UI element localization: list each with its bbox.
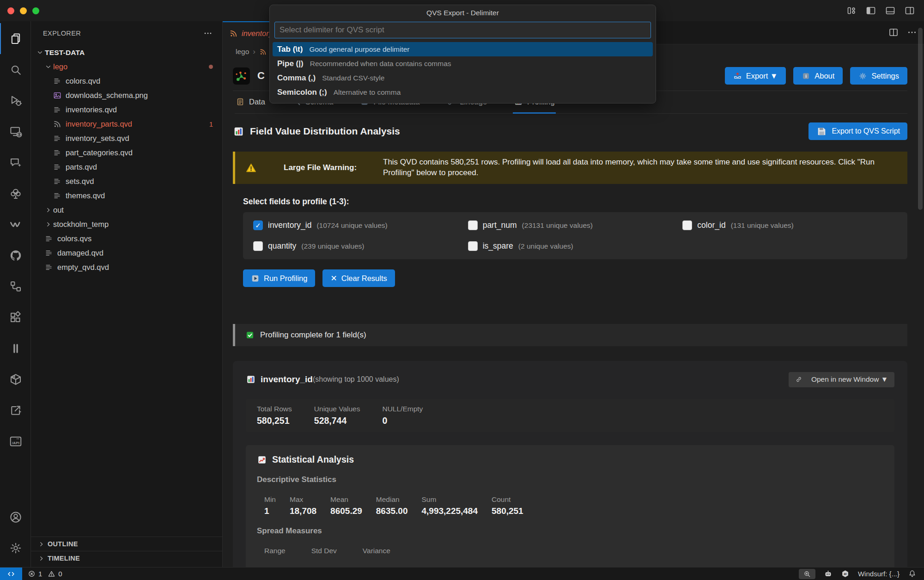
activity-bar-item[interactable] (0, 240, 30, 271)
tree-item-label: TEST-DATA (45, 49, 85, 57)
about-button[interactable]: i About (793, 67, 843, 85)
tree-item[interactable]: inventories.qvd (31, 103, 222, 117)
run-profiling-button[interactable]: Run Profiling (243, 269, 315, 287)
activity-bar-item[interactable] (0, 116, 30, 147)
chart-increasing-icon (257, 455, 267, 465)
field-checkbox-row[interactable]: part_num (23131 unique values) (468, 220, 683, 230)
tree-item[interactable]: damaged.qvd (31, 246, 222, 260)
timeline-section[interactable]: TIMELINE (31, 551, 222, 565)
activity-bar-item[interactable] (0, 178, 30, 209)
split-editor-icon[interactable] (888, 27, 899, 38)
activity-bar-item[interactable] (0, 364, 30, 395)
tree-item[interactable]: colors.qvs (31, 232, 222, 246)
problems-status[interactable]: 1 0 (28, 570, 65, 578)
notifications-bell-icon[interactable] (908, 569, 917, 578)
activity-bar-item[interactable] (0, 501, 30, 532)
activity-bar-item[interactable] (0, 302, 30, 333)
checkbox[interactable] (682, 220, 692, 230)
outbox-icon (733, 72, 742, 80)
rss-icon (53, 120, 62, 128)
maximize-window-button[interactable] (32, 7, 39, 14)
panel-bottom-icon[interactable] (884, 5, 896, 17)
tree-item-label: lego (53, 62, 67, 71)
rss-icon (229, 29, 238, 38)
field-checkbox-row[interactable]: ✓ inventory_id (10724 unique values) (253, 220, 468, 230)
stat-item: Range (264, 547, 286, 555)
tree-item[interactable]: inventory_sets.qvd (31, 131, 222, 146)
activity-bar-item[interactable]: /API (0, 426, 30, 457)
viewer-tab[interactable]: Data (235, 91, 266, 114)
activity-bar-item[interactable] (0, 85, 30, 116)
activity-bar-item[interactable] (0, 54, 30, 85)
tree-item[interactable]: themes.qvd (31, 189, 222, 203)
clipboard-icon (236, 97, 245, 106)
list-icon (53, 177, 62, 186)
checkbox[interactable]: ✓ (253, 220, 263, 230)
field-checkbox-row[interactable]: is_spare (2 unique values) (468, 241, 683, 251)
tree-item[interactable]: stockholm_temp (31, 217, 222, 232)
chevron-down-icon (44, 63, 53, 71)
tree-item[interactable]: colors.qvd (31, 74, 222, 88)
info-icon: i (802, 72, 810, 80)
sidebar-right-icon[interactable] (904, 5, 916, 17)
windsurf-status-item[interactable]: Windsurf: {...} (858, 570, 900, 578)
sidebar-left-icon[interactable] (865, 5, 877, 17)
robot-icon[interactable] (824, 569, 833, 578)
tree-item[interactable]: parts.qvd (31, 160, 222, 174)
checkbox[interactable] (253, 241, 263, 251)
svg-text:i: i (805, 73, 807, 79)
activity-bar-item[interactable] (0, 333, 30, 364)
tree-item[interactable]: TEST-DATA (31, 45, 222, 60)
editor-scrollbar[interactable] (918, 28, 923, 210)
field-result-panel: inventory_id (showing top 1000 values) O… (233, 361, 907, 567)
quick-pick-item[interactable]: Comma (,) Standard CSV-style (273, 71, 653, 85)
breadcrumb-folder[interactable]: lego (236, 48, 249, 56)
field-checkbox-row[interactable]: quantity (239 unique values) (253, 241, 468, 251)
activity-bar-item[interactable] (0, 209, 30, 240)
list-icon (53, 191, 62, 200)
close-window-button[interactable] (7, 7, 14, 14)
field-checkbox-row[interactable]: color_id (131 unique values) (682, 220, 897, 230)
explorer-more-actions-icon[interactable] (203, 28, 213, 38)
hexagon-badge-icon[interactable]: 4c (841, 569, 850, 578)
remote-indicator[interactable] (0, 568, 22, 580)
tree-item-label: out (53, 206, 64, 214)
tree-item[interactable]: empty_qvd.qvd (31, 260, 222, 275)
tree-item[interactable]: part_categories.qvd (31, 146, 222, 160)
editor-more-actions-icon[interactable] (906, 27, 918, 38)
remote-window-icon (7, 570, 15, 578)
quick-pick-item[interactable]: Tab (\t) Good general purpose delimiter (273, 42, 653, 56)
quick-pick-item[interactable]: Semicolon (;) Alternative to comma (273, 85, 653, 99)
layout-customize-icon[interactable] (845, 5, 857, 17)
tree-item[interactable]: inventory_parts.qvd 1 (31, 117, 222, 131)
activity-bar-item[interactable] (0, 147, 30, 178)
stat-item: Std Dev (311, 547, 337, 555)
tree-item[interactable]: lego (31, 60, 222, 74)
activity-bar-item[interactable] (0, 271, 30, 302)
outline-section[interactable]: OUTLINE (31, 537, 222, 551)
clear-results-button[interactable]: ✕ Clear Results (322, 269, 395, 287)
stat-item: Min 1 (264, 495, 276, 516)
checkbox[interactable] (468, 241, 478, 251)
tree-item-label: stockholm_temp (53, 220, 109, 229)
export-qvs-button[interactable]: Export to QVS Script (808, 122, 907, 140)
activity-bar-item[interactable] (0, 532, 30, 563)
tree-item-label: empty_qvd.qvd (57, 263, 109, 272)
checkbox[interactable] (468, 220, 478, 230)
open-in-new-window-button[interactable]: Open in new Window ▼ (789, 372, 894, 387)
activity-bar-item[interactable] (0, 395, 30, 426)
settings-button[interactable]: Settings (850, 67, 907, 85)
export-button[interactable]: Export ▼ (725, 67, 786, 85)
quick-pick-item[interactable]: Pipe (|) Recommended when data contains … (273, 56, 653, 71)
tree-item-label: damaged.qvd (57, 249, 103, 257)
minimize-window-button[interactable] (20, 7, 27, 14)
activity-bar-item[interactable] (0, 23, 30, 54)
tree-item[interactable]: sets.qvd (31, 174, 222, 189)
zoom-status-item[interactable] (799, 569, 815, 579)
activity-bar: /API (0, 21, 31, 567)
field-unique-count: (10724 unique values) (316, 221, 387, 230)
tree-item[interactable]: downloads_schema.png (31, 88, 222, 103)
quick-pick-input[interactable]: Select delimiter for QVS script (274, 22, 651, 38)
qvd-viewer-webview: C Export ▼ i About Settings (223, 59, 924, 567)
tree-item[interactable]: out (31, 203, 222, 217)
